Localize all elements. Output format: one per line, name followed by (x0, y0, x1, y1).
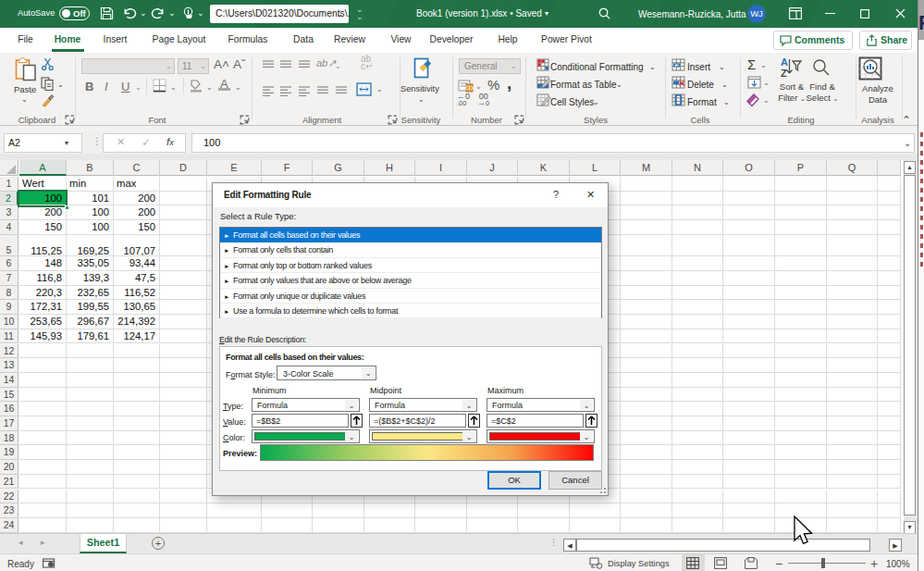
svg-text:A: A (781, 56, 788, 68)
svg-text:Z: Z (781, 68, 787, 79)
